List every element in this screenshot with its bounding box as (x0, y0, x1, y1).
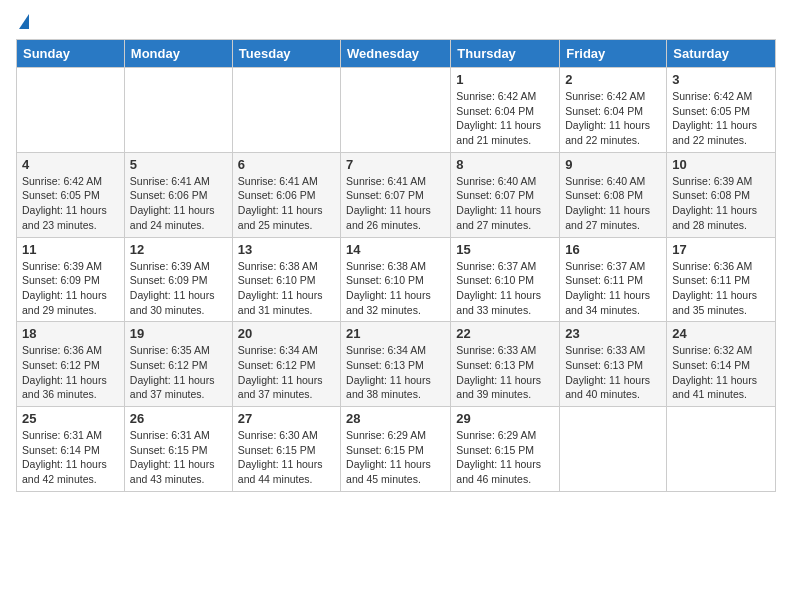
day-number: 28 (346, 411, 445, 426)
day-number: 18 (22, 326, 119, 341)
week-row: 11Sunrise: 6:39 AM Sunset: 6:09 PM Dayli… (17, 237, 776, 322)
day-number: 11 (22, 242, 119, 257)
day-info: Sunrise: 6:33 AM Sunset: 6:13 PM Dayligh… (565, 343, 661, 402)
day-info: Sunrise: 6:41 AM Sunset: 6:06 PM Dayligh… (238, 174, 335, 233)
day-cell: 27Sunrise: 6:30 AM Sunset: 6:15 PM Dayli… (232, 407, 340, 492)
day-number: 21 (346, 326, 445, 341)
day-cell: 16Sunrise: 6:37 AM Sunset: 6:11 PM Dayli… (560, 237, 667, 322)
logo-triangle-icon (19, 14, 29, 29)
day-cell (560, 407, 667, 492)
day-info: Sunrise: 6:42 AM Sunset: 6:04 PM Dayligh… (456, 89, 554, 148)
day-info: Sunrise: 6:36 AM Sunset: 6:11 PM Dayligh… (672, 259, 770, 318)
day-number: 24 (672, 326, 770, 341)
day-number: 22 (456, 326, 554, 341)
day-number: 7 (346, 157, 445, 172)
day-cell: 4Sunrise: 6:42 AM Sunset: 6:05 PM Daylig… (17, 152, 125, 237)
day-info: Sunrise: 6:39 AM Sunset: 6:09 PM Dayligh… (130, 259, 227, 318)
day-cell: 17Sunrise: 6:36 AM Sunset: 6:11 PM Dayli… (667, 237, 776, 322)
day-cell (667, 407, 776, 492)
day-number: 29 (456, 411, 554, 426)
day-number: 14 (346, 242, 445, 257)
day-info: Sunrise: 6:42 AM Sunset: 6:05 PM Dayligh… (22, 174, 119, 233)
day-cell (232, 68, 340, 153)
day-number: 27 (238, 411, 335, 426)
day-cell (17, 68, 125, 153)
day-info: Sunrise: 6:42 AM Sunset: 6:05 PM Dayligh… (672, 89, 770, 148)
week-row: 25Sunrise: 6:31 AM Sunset: 6:14 PM Dayli… (17, 407, 776, 492)
day-cell: 28Sunrise: 6:29 AM Sunset: 6:15 PM Dayli… (341, 407, 451, 492)
day-cell: 10Sunrise: 6:39 AM Sunset: 6:08 PM Dayli… (667, 152, 776, 237)
day-cell: 26Sunrise: 6:31 AM Sunset: 6:15 PM Dayli… (124, 407, 232, 492)
page-header (16, 16, 776, 31)
col-header-monday: Monday (124, 40, 232, 68)
day-info: Sunrise: 6:31 AM Sunset: 6:14 PM Dayligh… (22, 428, 119, 487)
col-header-friday: Friday (560, 40, 667, 68)
col-header-saturday: Saturday (667, 40, 776, 68)
day-info: Sunrise: 6:29 AM Sunset: 6:15 PM Dayligh… (346, 428, 445, 487)
day-number: 6 (238, 157, 335, 172)
day-number: 26 (130, 411, 227, 426)
day-number: 3 (672, 72, 770, 87)
day-info: Sunrise: 6:35 AM Sunset: 6:12 PM Dayligh… (130, 343, 227, 402)
day-info: Sunrise: 6:39 AM Sunset: 6:09 PM Dayligh… (22, 259, 119, 318)
day-number: 16 (565, 242, 661, 257)
day-cell: 12Sunrise: 6:39 AM Sunset: 6:09 PM Dayli… (124, 237, 232, 322)
week-row: 1Sunrise: 6:42 AM Sunset: 6:04 PM Daylig… (17, 68, 776, 153)
day-number: 17 (672, 242, 770, 257)
day-cell: 22Sunrise: 6:33 AM Sunset: 6:13 PM Dayli… (451, 322, 560, 407)
day-info: Sunrise: 6:41 AM Sunset: 6:07 PM Dayligh… (346, 174, 445, 233)
day-number: 9 (565, 157, 661, 172)
day-info: Sunrise: 6:38 AM Sunset: 6:10 PM Dayligh… (346, 259, 445, 318)
day-cell: 5Sunrise: 6:41 AM Sunset: 6:06 PM Daylig… (124, 152, 232, 237)
day-cell: 8Sunrise: 6:40 AM Sunset: 6:07 PM Daylig… (451, 152, 560, 237)
col-header-tuesday: Tuesday (232, 40, 340, 68)
day-number: 19 (130, 326, 227, 341)
day-number: 15 (456, 242, 554, 257)
day-info: Sunrise: 6:37 AM Sunset: 6:11 PM Dayligh… (565, 259, 661, 318)
week-row: 18Sunrise: 6:36 AM Sunset: 6:12 PM Dayli… (17, 322, 776, 407)
day-cell: 14Sunrise: 6:38 AM Sunset: 6:10 PM Dayli… (341, 237, 451, 322)
logo (16, 16, 29, 31)
day-number: 8 (456, 157, 554, 172)
header-row: SundayMondayTuesdayWednesdayThursdayFrid… (17, 40, 776, 68)
day-cell: 29Sunrise: 6:29 AM Sunset: 6:15 PM Dayli… (451, 407, 560, 492)
day-cell: 1Sunrise: 6:42 AM Sunset: 6:04 PM Daylig… (451, 68, 560, 153)
day-number: 5 (130, 157, 227, 172)
day-cell: 6Sunrise: 6:41 AM Sunset: 6:06 PM Daylig… (232, 152, 340, 237)
day-cell: 23Sunrise: 6:33 AM Sunset: 6:13 PM Dayli… (560, 322, 667, 407)
day-cell: 2Sunrise: 6:42 AM Sunset: 6:04 PM Daylig… (560, 68, 667, 153)
day-info: Sunrise: 6:42 AM Sunset: 6:04 PM Dayligh… (565, 89, 661, 148)
day-cell: 11Sunrise: 6:39 AM Sunset: 6:09 PM Dayli… (17, 237, 125, 322)
day-cell: 18Sunrise: 6:36 AM Sunset: 6:12 PM Dayli… (17, 322, 125, 407)
day-number: 4 (22, 157, 119, 172)
day-info: Sunrise: 6:32 AM Sunset: 6:14 PM Dayligh… (672, 343, 770, 402)
day-number: 25 (22, 411, 119, 426)
day-number: 13 (238, 242, 335, 257)
day-info: Sunrise: 6:30 AM Sunset: 6:15 PM Dayligh… (238, 428, 335, 487)
day-number: 10 (672, 157, 770, 172)
day-number: 1 (456, 72, 554, 87)
calendar-table: SundayMondayTuesdayWednesdayThursdayFrid… (16, 39, 776, 492)
day-cell: 21Sunrise: 6:34 AM Sunset: 6:13 PM Dayli… (341, 322, 451, 407)
day-cell: 20Sunrise: 6:34 AM Sunset: 6:12 PM Dayli… (232, 322, 340, 407)
day-number: 2 (565, 72, 661, 87)
week-row: 4Sunrise: 6:42 AM Sunset: 6:05 PM Daylig… (17, 152, 776, 237)
day-info: Sunrise: 6:34 AM Sunset: 6:13 PM Dayligh… (346, 343, 445, 402)
day-info: Sunrise: 6:37 AM Sunset: 6:10 PM Dayligh… (456, 259, 554, 318)
day-cell: 25Sunrise: 6:31 AM Sunset: 6:14 PM Dayli… (17, 407, 125, 492)
day-cell: 7Sunrise: 6:41 AM Sunset: 6:07 PM Daylig… (341, 152, 451, 237)
day-info: Sunrise: 6:31 AM Sunset: 6:15 PM Dayligh… (130, 428, 227, 487)
day-cell: 13Sunrise: 6:38 AM Sunset: 6:10 PM Dayli… (232, 237, 340, 322)
day-info: Sunrise: 6:33 AM Sunset: 6:13 PM Dayligh… (456, 343, 554, 402)
day-number: 23 (565, 326, 661, 341)
day-cell: 9Sunrise: 6:40 AM Sunset: 6:08 PM Daylig… (560, 152, 667, 237)
day-cell: 3Sunrise: 6:42 AM Sunset: 6:05 PM Daylig… (667, 68, 776, 153)
day-info: Sunrise: 6:36 AM Sunset: 6:12 PM Dayligh… (22, 343, 119, 402)
col-header-thursday: Thursday (451, 40, 560, 68)
day-cell: 15Sunrise: 6:37 AM Sunset: 6:10 PM Dayli… (451, 237, 560, 322)
col-header-wednesday: Wednesday (341, 40, 451, 68)
day-info: Sunrise: 6:40 AM Sunset: 6:08 PM Dayligh… (565, 174, 661, 233)
day-info: Sunrise: 6:41 AM Sunset: 6:06 PM Dayligh… (130, 174, 227, 233)
day-cell: 24Sunrise: 6:32 AM Sunset: 6:14 PM Dayli… (667, 322, 776, 407)
day-number: 20 (238, 326, 335, 341)
